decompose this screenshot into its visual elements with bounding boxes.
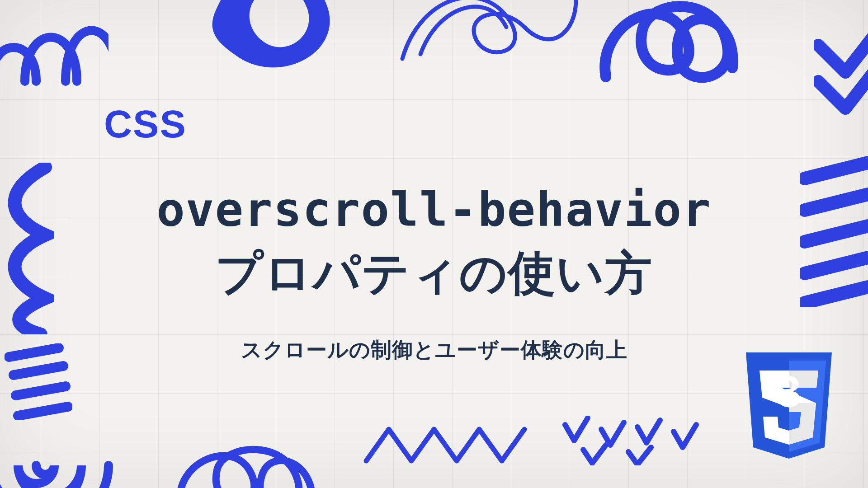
css3-logo-icon: 3	[737, 352, 841, 470]
css3-badge-numeral: 3	[777, 367, 801, 416]
title-line-2: プロパティの使い方	[215, 245, 653, 300]
page-title: overscroll-behavior プロパティの使い方	[156, 178, 712, 305]
title-line-1: overscroll-behavior	[156, 182, 712, 237]
page-subtitle: スクロールの制御とユーザー体験の向上	[241, 336, 627, 364]
